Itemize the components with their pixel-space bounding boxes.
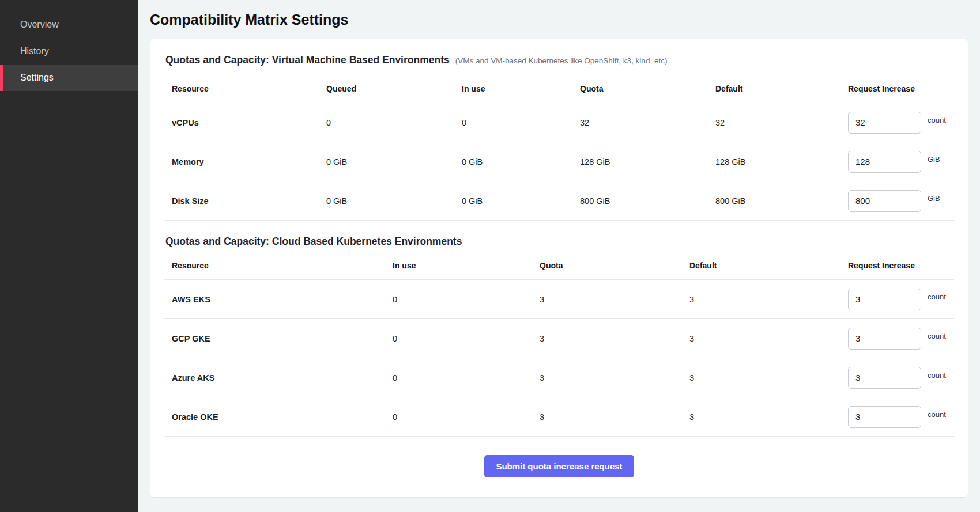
unit-label: count <box>928 293 946 301</box>
table-row-aws-eks: AWS EKS 0 3 3 count <box>164 280 954 319</box>
cell-request-increase: count <box>848 328 954 350</box>
main-content: Compatibility Matrix Settings Quotas and… <box>138 0 980 512</box>
cell-default: 32 <box>715 118 848 127</box>
vcpus-request-input[interactable] <box>848 112 921 134</box>
sidebar-item-overview[interactable]: Overview <box>0 12 138 38</box>
column-header-resource: Resource <box>164 261 393 270</box>
cell-default: 3 <box>689 412 848 422</box>
cell-resource: vCPUs <box>164 118 326 127</box>
cell-default: 800 GiB <box>715 196 848 206</box>
page-title: Compatibility Matrix Settings <box>150 12 968 28</box>
cell-request-increase: count <box>848 406 954 428</box>
vm-section-subtitle: (VMs and VM-based Kubernetes like OpenSh… <box>455 56 668 65</box>
unit-label: count <box>928 371 946 380</box>
column-header-quota: Quota <box>540 261 689 270</box>
cell-in-use: 0 <box>462 118 580 127</box>
table-row-vcpus: vCPUs 0 0 32 32 count <box>164 103 954 142</box>
table-row-memory: Memory 0 GiB 0 GiB 128 GiB 128 GiB GiB <box>164 142 954 181</box>
unit-label: GiB <box>928 194 940 203</box>
disk-size-request-input[interactable] <box>848 190 921 212</box>
table-row-gcp-gke: GCP GKE 0 3 3 count <box>164 319 954 358</box>
vm-table-header-row: Resource Queued In use Quota Default Req… <box>164 74 954 103</box>
cell-default: 3 <box>689 373 848 382</box>
cell-quota: 3 <box>540 295 689 304</box>
column-header-quota: Quota <box>580 84 715 93</box>
cell-queued: 0 <box>326 118 462 127</box>
column-header-default: Default <box>715 84 848 93</box>
cell-resource: Azure AKS <box>164 373 393 382</box>
cell-request-increase: GiB <box>848 151 954 173</box>
cloud-section-title: Quotas and Capacity: Cloud Based Kuberne… <box>165 236 462 248</box>
cell-quota: 3 <box>540 334 689 343</box>
column-header-in-use: In use <box>462 84 580 93</box>
table-row-oracle-oke: Oracle OKE 0 3 3 count <box>164 397 954 437</box>
cell-in-use: 0 GiB <box>462 196 580 206</box>
table-row-azure-aks: Azure AKS 0 3 3 count <box>164 358 954 397</box>
gcp-gke-request-input[interactable] <box>848 328 921 350</box>
cloud-quota-table: Resource In use Quota Default Request In… <box>164 251 954 437</box>
cell-queued: 0 GiB <box>326 196 462 206</box>
cell-resource: Oracle OKE <box>164 412 393 422</box>
column-header-queued: Queued <box>326 84 462 93</box>
cell-resource: Disk Size <box>164 196 326 206</box>
cell-in-use: 0 <box>393 334 540 343</box>
column-header-resource: Resource <box>164 84 326 93</box>
oracle-oke-request-input[interactable] <box>848 406 921 428</box>
cell-in-use: 0 GiB <box>462 157 580 166</box>
aws-eks-request-input[interactable] <box>848 289 921 310</box>
cell-quota: 3 <box>540 412 689 422</box>
sidebar: Overview History Settings <box>0 0 138 512</box>
sidebar-item-settings[interactable]: Settings <box>0 65 138 91</box>
cell-quota: 128 GiB <box>580 157 715 166</box>
app: Overview History Settings Compatibility … <box>0 0 980 512</box>
cloud-table-header-row: Resource In use Quota Default Request In… <box>164 251 954 280</box>
cell-request-increase: GiB <box>848 190 954 212</box>
column-header-default: Default <box>689 261 848 270</box>
vm-quota-table: Resource Queued In use Quota Default Req… <box>164 74 954 221</box>
column-header-request-increase: Request Increase <box>848 261 954 270</box>
cell-queued: 0 GiB <box>326 157 462 166</box>
cloud-section-header: Quotas and Capacity: Cloud Based Kuberne… <box>164 236 954 248</box>
column-header-in-use: In use <box>393 261 540 270</box>
cell-in-use: 0 <box>393 373 540 382</box>
table-row-disk-size: Disk Size 0 GiB 0 GiB 800 GiB 800 GiB Gi… <box>164 181 954 221</box>
cell-resource: Memory <box>164 157 326 166</box>
cell-default: 128 GiB <box>715 157 848 166</box>
vm-section-title: Quotas and Capacity: Virtual Machine Bas… <box>165 54 450 66</box>
unit-label: GiB <box>928 155 940 164</box>
sidebar-item-history[interactable]: History <box>0 38 138 65</box>
submit-quota-increase-button[interactable]: Submit quota increase request <box>484 455 634 477</box>
cell-quota: 3 <box>540 373 689 382</box>
cell-resource: GCP GKE <box>164 334 393 343</box>
column-header-request-increase: Request Increase <box>848 84 954 93</box>
cell-in-use: 0 <box>393 412 540 422</box>
cell-request-increase: count <box>848 112 954 134</box>
cell-quota: 800 GiB <box>580 196 715 206</box>
unit-label: count <box>928 410 946 419</box>
cell-default: 3 <box>689 295 848 304</box>
cell-in-use: 0 <box>393 295 540 304</box>
submit-row: Submit quota increase request <box>164 455 954 477</box>
memory-request-input[interactable] <box>848 151 921 173</box>
quota-settings-card: Quotas and Capacity: Virtual Machine Bas… <box>150 39 968 498</box>
azure-aks-request-input[interactable] <box>848 367 921 389</box>
unit-label: count <box>928 116 946 124</box>
cell-quota: 32 <box>580 118 715 127</box>
cell-resource: AWS EKS <box>164 295 393 304</box>
cell-request-increase: count <box>848 367 954 389</box>
cell-request-increase: count <box>848 289 954 310</box>
cell-default: 3 <box>689 334 848 343</box>
vm-section-header: Quotas and Capacity: Virtual Machine Bas… <box>164 54 954 66</box>
unit-label: count <box>928 332 946 340</box>
